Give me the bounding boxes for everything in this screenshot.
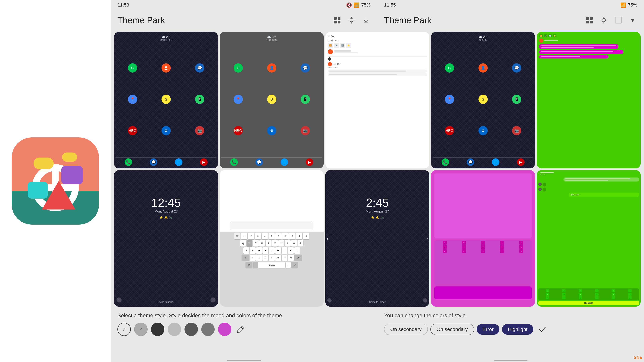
color-swatches: ✓ ✓ (118, 323, 232, 336)
confirm-check-icon[interactable] (536, 323, 549, 336)
status-icons-right: 📶 75% (620, 2, 637, 8)
swatch-light[interactable]: ✓ (118, 323, 131, 336)
screen-10-green-keyboard: ‹ $12.3... S (537, 170, 641, 307)
svg-rect-19 (615, 17, 621, 23)
icon-purple-box (61, 166, 83, 184)
swatch-dark-gray[interactable] (184, 323, 198, 336)
screen-4-home-dark-2: ☁️ 23° 13 45 45 C 👤 💬 📍 S 📱 HBO (431, 32, 535, 168)
swipe-text-1: Swipe to unlock (114, 301, 218, 303)
scrollbar-right (377, 359, 644, 362)
swatch-dark[interactable] (151, 323, 164, 336)
wifi-icon: 📶 (354, 2, 360, 8)
header-title-left: Theme Park (118, 15, 329, 25)
screens-row-2: 12:45 Mon, August 27 ⭐ 🔔 📷 Swipe to unlo… (114, 170, 641, 307)
on-secondary-pill-2[interactable]: On secondary (430, 324, 474, 335)
svg-rect-10 (586, 17, 589, 19)
xda-watermark: XDA (634, 356, 642, 360)
header-icons-left (332, 15, 371, 25)
scrollbar-track-right[interactable] (494, 360, 528, 361)
svg-rect-2 (334, 21, 336, 23)
icon-teal-box (28, 182, 48, 199)
status-icons-left: 🔇 📶 75% (346, 2, 371, 8)
screens-area: ☁️ 23° 14/09 12:43 Ü C 💬 📍 S 📱 (111, 30, 644, 308)
screen-1-home-dark: ☁️ 23° 14/09 12:43 Ü C 💬 📍 S 📱 (114, 32, 218, 168)
svg-point-4 (350, 18, 353, 22)
left-panel (0, 0, 111, 362)
svg-rect-13 (590, 21, 593, 23)
chevron-down-icon[interactable]: ▾ (628, 15, 637, 25)
mute-icon: 🔇 (346, 2, 352, 8)
swatch-light-medium[interactable] (168, 323, 181, 336)
battery-left: 75% (361, 2, 371, 8)
bottom-scrollbar (111, 359, 644, 362)
svg-rect-3 (338, 21, 340, 23)
expand-icon[interactable] (614, 15, 623, 25)
time-right: 11:55 (384, 2, 396, 8)
app-header-right: Theme Park (377, 10, 644, 30)
color-labels: On secondary On secondary Error Highligh… (384, 324, 533, 335)
app-header-left: Theme Park (111, 10, 377, 30)
svg-point-20 (165, 66, 167, 68)
svg-rect-12 (586, 21, 589, 23)
dual-status-bar: 11:53 🔇 📶 75% 11:55 📶 75% (111, 0, 644, 10)
grid-icon-right[interactable] (585, 15, 594, 25)
lock-time-1: 12:45 (151, 196, 180, 210)
header-icons-right: ▾ (585, 15, 637, 25)
controls-left: Select a theme style. Style decides the … (111, 308, 377, 359)
screen-2-home-gray: ☁️ 23° 14/09 12:43 C 👤 💬 📍 S 📱 HBO (220, 32, 324, 168)
grid-icon-left[interactable] (332, 15, 342, 25)
status-bar-left: 11:53 🔇 📶 75% (111, 0, 377, 10)
app-icon (12, 137, 99, 225)
header-title-right: Theme Park (384, 15, 581, 25)
brightness-icon-right[interactable] (599, 15, 608, 25)
controls-right: You can change the colors of style. On s… (377, 308, 644, 359)
edit-pencil-icon[interactable] (234, 323, 247, 336)
screens-row-1: ☁️ 23° 14/09 12:43 Ü C 💬 📍 S 📱 (114, 32, 641, 168)
svg-rect-0 (334, 17, 336, 19)
screen-6-lockscreen: 12:45 Mon, August 27 ⭐ 🔔 📷 Swipe to unlo… (114, 170, 218, 307)
swatch-medium-gray[interactable]: ✓ (134, 323, 148, 336)
on-secondary-pill-1[interactable]: On secondary (384, 324, 428, 335)
highlight-pill[interactable]: Highlight (502, 324, 533, 335)
icon-cloud-1 (34, 158, 54, 169)
highlight-bar[interactable]: Highlight (538, 301, 639, 305)
left-description: Select a theme style. Style decides the … (118, 312, 371, 319)
download-icon[interactable] (361, 15, 371, 25)
wifi-icon-r: 📶 (620, 2, 626, 8)
svg-rect-11 (590, 17, 593, 19)
screen-8-lockscreen-nav: 2:45 Mon, August 27 ⭐ 🔔 📷 Swipe to unloc… (325, 170, 429, 307)
screen-5-green-messages: 📶 🔊 🔄 ⭐ (537, 32, 641, 168)
bottom-controls: Select a theme style. Style decides the … (111, 308, 644, 359)
nav-arrow-left[interactable]: ‹ (327, 236, 328, 241)
brightness-icon-left[interactable] (347, 15, 356, 25)
screen-3-notification: 12:49 Wed, De... 📶 🔊 🔄 ⭐ (325, 32, 429, 168)
scrollbar-track-left[interactable] (227, 360, 261, 361)
right-description: You can change the colors of style. (384, 312, 637, 319)
svg-line-21 (241, 327, 243, 329)
nav-arrow-back[interactable]: ‹ (538, 172, 540, 176)
right-panel: 11:53 🔇 📶 75% 11:55 📶 75% Theme Park (111, 0, 644, 362)
screen-7-keyboard: W 1 2 3 4 5 6 7 8 9 0 Q (220, 170, 324, 307)
icon-cloud-2 (62, 152, 77, 162)
error-pill[interactable]: Error (477, 324, 500, 335)
svg-rect-1 (338, 17, 340, 19)
dual-header: Theme Park (111, 10, 644, 30)
lock-date-1: Mon, August 27 (154, 210, 178, 213)
status-bar-right: 11:55 📶 75% (377, 0, 644, 10)
swatch-magenta[interactable] (218, 323, 232, 336)
battery-right: 75% (628, 2, 637, 8)
screen-9-magenta: q w e r t a s d f g (431, 170, 535, 307)
swatch-medium-dark[interactable] (201, 323, 215, 336)
time-left: 11:53 (118, 2, 129, 8)
scrollbar-left (111, 359, 377, 362)
svg-point-14 (602, 18, 606, 22)
nav-arrow-right[interactable]: › (426, 236, 428, 241)
